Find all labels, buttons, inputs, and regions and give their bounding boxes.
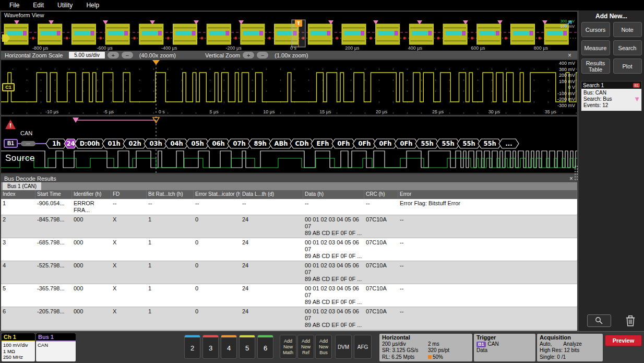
table-cell: 07C10A xyxy=(364,238,398,261)
column-header[interactable]: Start Time xyxy=(35,190,72,199)
column-header[interactable]: Bit Rat...tch (h) xyxy=(147,190,194,199)
bus-collapse-handle[interactable]: — xyxy=(21,141,35,146)
add-channel-5-button[interactable]: 5 xyxy=(239,335,255,359)
table-cell: -205.798... xyxy=(35,307,72,330)
menu-help[interactable]: Help xyxy=(86,2,99,9)
delete-search-button[interactable] xyxy=(625,314,636,327)
tab-bus1-can[interactable]: Bus 1 (CAN) xyxy=(3,182,41,190)
table-cell: 24 xyxy=(241,307,303,330)
bus1-card[interactable]: Bus 1 CAN xyxy=(36,333,76,361)
zoom-to-event-button[interactable] xyxy=(587,314,611,327)
dvm-button[interactable]: DVM xyxy=(335,335,352,359)
table-cell: 07C10A xyxy=(364,215,398,238)
source-label: Source xyxy=(5,153,35,163)
table-row[interactable]: 5-365.798...000X102400 01 02 03 04 05 06… xyxy=(1,284,577,307)
panel-splitter[interactable] xyxy=(574,165,578,181)
channel1-badge[interactable]: C1 xyxy=(2,83,15,91)
add-channel-3-button[interactable]: 3 xyxy=(202,335,219,359)
table-row[interactable]: 4-525.798...000X102400 01 02 03 04 05 06… xyxy=(1,261,577,284)
table-row[interactable]: 1-906.054...ERROR FRA...------------Erro… xyxy=(1,199,577,215)
time-label: 15 µs xyxy=(319,109,331,114)
results-table-button[interactable]: Results Table xyxy=(581,58,610,74)
add-channel-2-button[interactable]: 2 xyxy=(184,335,200,359)
results-title-bar: Bus Decode Results × xyxy=(1,174,577,182)
column-header[interactable]: Identifier (h) xyxy=(72,190,111,199)
afg-button[interactable]: AFG xyxy=(354,335,372,359)
menu-edit[interactable]: Edit xyxy=(33,2,44,9)
column-header[interactable]: CRC (h) xyxy=(364,190,398,199)
add-new-math-button[interactable]: Add New Math xyxy=(280,335,296,359)
h-zoom-plus-button[interactable]: + xyxy=(108,52,119,58)
table-cell: 1 xyxy=(147,307,194,330)
zoom-waveform[interactable] xyxy=(1,60,577,115)
time-label: 5 µs xyxy=(209,109,218,114)
svg-text:ABh: ABh xyxy=(275,140,288,147)
bus-decode-panel[interactable]: !1h24D:00h01h02h03h04h05h06h07h89hABhCDh… xyxy=(1,116,578,173)
ch5-number: 5 xyxy=(245,337,249,358)
table-cell: 6 xyxy=(1,307,35,330)
table-cell: 1 xyxy=(147,284,194,307)
h-resolution: 320 ps/pt xyxy=(428,347,470,354)
column-header[interactable]: FD xyxy=(111,190,147,199)
horizontal-zoom-value[interactable]: 5.00 us/div xyxy=(69,52,104,58)
menu-file[interactable]: File xyxy=(9,2,19,9)
table-cell: 7 xyxy=(1,330,35,331)
add-channel-4-button[interactable]: 4 xyxy=(221,335,237,359)
bus-decode-waveform[interactable]: !1h24D:00h01h02h03h04h05h06h07h89hABhCDh… xyxy=(1,116,577,173)
table-cell: 4 xyxy=(1,261,35,284)
add-new-bus-button[interactable]: Add New Bus xyxy=(315,335,332,359)
acq-highres: High Res: 12 bits xyxy=(540,347,600,354)
add-new-grid: Cursors Note Measure Search Results Tabl… xyxy=(579,22,644,74)
results-body[interactable]: 1-906.054...ERROR FRA...------------Erro… xyxy=(1,199,577,331)
zoom-waveform-panel[interactable]: C1 400 mV300 mV200 mV100 mV0 V-100 mV-20… xyxy=(1,60,578,115)
v-zoom-plus-button[interactable]: + xyxy=(243,52,254,58)
column-header[interactable]: Data L...th (d) xyxy=(241,190,303,199)
table-row[interactable]: 2-845.798...000X102400 01 02 03 04 05 06… xyxy=(1,215,577,238)
table-cell: X xyxy=(111,215,147,238)
waveform-overview[interactable]: T xyxy=(1,19,577,48)
bus1-badge[interactable]: B1 xyxy=(4,139,18,148)
table-cell: 00 01 02 03 04 05 06 07 89 AB CD EF 0F 0… xyxy=(303,330,364,331)
table-row[interactable]: 3-685.798...000X102400 01 02 03 04 05 06… xyxy=(1,238,577,261)
column-header[interactable]: Index xyxy=(1,190,35,199)
cursors-button[interactable]: Cursors xyxy=(581,22,610,37)
acq-analyze: Analyze xyxy=(563,341,582,347)
add-new-ref-button[interactable]: Add New Ref xyxy=(297,335,314,359)
ch1-card[interactable]: Ch 1 100 mV/div 1 MΩ 250 MHz xyxy=(2,333,35,361)
search1-panel[interactable]: Search 1 B1 Bus: CAN Search: Bus Events:… xyxy=(581,81,642,111)
time-label: -5 µs xyxy=(103,109,114,114)
table-cell: -- xyxy=(147,199,194,215)
column-header[interactable]: Data (h) xyxy=(303,190,364,199)
column-header[interactable]: Error xyxy=(398,190,577,199)
menu-utility[interactable]: Utility xyxy=(57,2,73,9)
overview-time-axis: -800 µs-600 µs-400 µs-200 µs0 s200 µs400… xyxy=(32,45,548,51)
table-row[interactable]: 7-45.7985µs000X102400 01 02 03 04 05 06 … xyxy=(1,330,577,331)
results-close-icon[interactable]: × xyxy=(569,175,573,182)
acquisition-panel[interactable]: Acquisition Auto,Analyze High Res: 12 bi… xyxy=(537,334,603,361)
column-header[interactable]: Error Stat...icator (h) xyxy=(194,190,241,199)
table-cell: 1 xyxy=(147,238,194,261)
bus1-readout: CAN xyxy=(36,342,76,349)
time-label: 200 µs xyxy=(345,45,359,51)
zoom-close-icon[interactable]: × xyxy=(568,52,571,59)
table-cell: ERROR FRA... xyxy=(72,199,111,215)
horizontal-panel[interactable]: Horizontal 200 µs/div 2 ms SR: 3.125 GS/… xyxy=(379,334,472,361)
preview-button[interactable]: Preview xyxy=(605,335,642,346)
volt-label: 100 mV xyxy=(559,79,575,84)
table-cell: X xyxy=(111,284,147,307)
time-label: 35 µs xyxy=(545,109,556,114)
note-button[interactable]: Note xyxy=(613,22,642,37)
time-label: 10 µs xyxy=(263,109,275,114)
volt-label: 300 mV xyxy=(559,67,575,72)
table-row[interactable]: 6-205.798...000X102400 01 02 03 04 05 06… xyxy=(1,307,577,330)
search-button[interactable]: Search xyxy=(613,40,642,55)
table-cell: 24 xyxy=(241,215,303,238)
v-zoom-minus-button[interactable]: − xyxy=(257,52,268,58)
trigger-panel[interactable]: Trigger B1CAN Data xyxy=(474,334,535,361)
svg-text:!: ! xyxy=(9,122,11,129)
plot-button[interactable]: Plot xyxy=(613,58,642,74)
measure-button[interactable]: Measure xyxy=(581,40,610,55)
table-cell: 0 xyxy=(194,215,241,238)
add-channel-6-button[interactable]: 6 xyxy=(257,335,273,359)
h-zoom-minus-button[interactable]: − xyxy=(122,52,133,58)
